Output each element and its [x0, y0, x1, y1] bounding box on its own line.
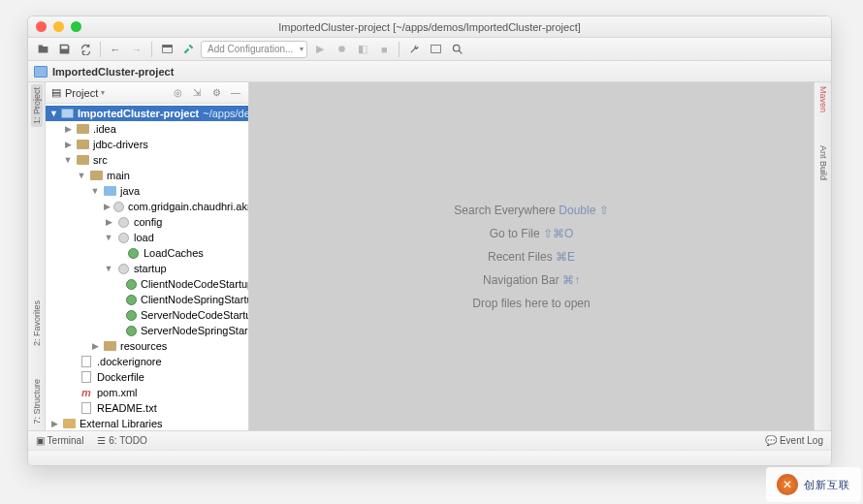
- project-view-selector[interactable]: Project: [65, 87, 98, 99]
- collapse-icon[interactable]: ⇲: [190, 86, 204, 100]
- ide-window: ImportedCluster-project [~/apps/demos/Im…: [27, 16, 832, 466]
- tool-project-tab[interactable]: 1: Project: [31, 84, 43, 127]
- minimize-icon[interactable]: [53, 21, 64, 32]
- breadcrumb-root[interactable]: ImportedCluster-project: [52, 66, 174, 78]
- window-controls: [36, 21, 81, 32]
- tree-item-dockerfile[interactable]: Dockerfile: [46, 369, 248, 385]
- hide-icon[interactable]: —: [229, 86, 242, 100]
- target-icon[interactable]: ◎: [171, 86, 184, 100]
- tool-favorites-tab[interactable]: 2: Favorites: [32, 299, 42, 348]
- window-title: ImportedCluster-project [~/apps/demos/Im…: [28, 21, 831, 33]
- wrench-icon[interactable]: [405, 41, 423, 58]
- hammer-icon[interactable]: [179, 41, 197, 58]
- forward-icon[interactable]: →: [128, 41, 145, 58]
- tree-item-jdbc[interactable]: ▶jdbc-drivers: [46, 137, 248, 152]
- hint-drop: Drop files here to open: [472, 297, 590, 310]
- tool-maven-tab[interactable]: Maven: [818, 84, 828, 114]
- svg-point-3: [453, 45, 460, 51]
- tree-item-clientcode[interactable]: ClientNodeCodeStartup: [46, 276, 248, 292]
- status-bar: ▣ Terminal ☰ 6: TODO 💬 Event Log: [28, 430, 831, 450]
- svg-rect-2: [432, 45, 441, 52]
- tree-item-package-model[interactable]: ▶com.gridgain.chaudhri.akmal.model: [46, 199, 248, 214]
- project-tool-window: ▤ Project ▾ ◎ ⇲ ⚙ — ▼ ImportedCluster-pr…: [46, 82, 249, 430]
- watermark-logo-icon: [777, 474, 798, 495]
- build-icon[interactable]: [158, 41, 176, 58]
- tool-terminal-tab[interactable]: ▣ Terminal: [36, 435, 83, 446]
- event-log-button[interactable]: 💬 Event Log: [765, 435, 823, 446]
- tree-root[interactable]: ▼ ImportedCluster-project ~/apps/demos/I…: [46, 106, 248, 121]
- editor-empty-state: Search Everywhere Double ⇧ Go to File ⇧⌘…: [249, 82, 814, 430]
- titlebar: ImportedCluster-project [~/apps/demos/Im…: [28, 16, 831, 38]
- hint-search: Search Everywhere Double ⇧: [454, 204, 608, 217]
- tree-item-startup[interactable]: ▼startup: [46, 261, 248, 276]
- tree-item-dockerignore[interactable]: .dockerignore: [46, 354, 248, 369]
- left-tool-gutter: 1: Project 2: Favorites 7: Structure: [28, 82, 46, 430]
- navigation-bar[interactable]: ImportedCluster-project: [28, 61, 831, 82]
- tool-ant-tab[interactable]: Ant Build: [818, 143, 828, 182]
- run-config-select[interactable]: Add Configuration...: [201, 41, 307, 58]
- structure-icon[interactable]: [427, 41, 444, 58]
- project-tree[interactable]: ▼ ImportedCluster-project ~/apps/demos/I…: [46, 104, 248, 430]
- main-toolbar: ← → Add Configuration... ▶ ◧ ■: [28, 38, 831, 61]
- tree-item-readme[interactable]: README.txt: [46, 400, 248, 416]
- hint-recent: Recent Files ⌘E: [488, 250, 575, 264]
- tree-item-load[interactable]: ▼load: [46, 230, 248, 245]
- tree-item-serverspring[interactable]: ServerNodeSpringStartup: [46, 323, 248, 338]
- save-icon[interactable]: [55, 41, 73, 58]
- tree-item-config[interactable]: ▶config: [46, 214, 248, 230]
- tree-item-src[interactable]: ▼src: [46, 152, 248, 168]
- tree-item-main[interactable]: ▼main: [46, 168, 248, 183]
- sync-icon[interactable]: [77, 41, 94, 58]
- gear-icon[interactable]: ⚙: [209, 86, 223, 100]
- tree-item-servercode[interactable]: ServerNodeCodeStartup: [46, 307, 248, 323]
- run-icon[interactable]: ▶: [311, 41, 329, 58]
- main-body: 1: Project 2: Favorites 7: Structure ▤ P…: [28, 82, 831, 430]
- tree-item-java[interactable]: ▼java: [46, 183, 248, 199]
- hint-goto: Go to File ⇧⌘O: [490, 227, 574, 240]
- close-icon[interactable]: [36, 21, 47, 32]
- tree-item-clientspring[interactable]: ClientNodeSpringStartup: [46, 292, 248, 307]
- search-icon[interactable]: [448, 41, 465, 58]
- back-icon[interactable]: ←: [107, 41, 124, 58]
- stop-icon[interactable]: ■: [375, 41, 393, 58]
- tree-item-pom[interactable]: mpom.xml: [46, 385, 248, 400]
- tree-item-resources[interactable]: ▶resources: [46, 338, 248, 354]
- tree-item-loadcaches[interactable]: LoadCaches: [46, 245, 248, 261]
- module-icon: [34, 66, 48, 78]
- project-pane-header: ▤ Project ▾ ◎ ⇲ ⚙ —: [46, 82, 248, 104]
- watermark: 创新互联: [766, 467, 861, 502]
- tool-structure-tab[interactable]: 7: Structure: [32, 377, 42, 426]
- run-config-label: Add Configuration...: [208, 44, 293, 54]
- right-tool-gutter: Maven Ant Build: [814, 82, 831, 430]
- svg-point-1: [338, 46, 345, 52]
- tool-todo-tab[interactable]: ☰ 6: TODO: [97, 435, 146, 446]
- watermark-text: 创新互联: [804, 478, 850, 492]
- debug-icon[interactable]: [333, 41, 350, 58]
- open-icon[interactable]: [34, 41, 51, 58]
- hint-navbar: Navigation Bar ⌘↑: [483, 273, 580, 287]
- tree-item-idea[interactable]: ▶.idea: [46, 121, 248, 137]
- bottom-frame-bar: [28, 450, 831, 465]
- coverage-icon[interactable]: ◧: [354, 41, 371, 58]
- zoom-icon[interactable]: [71, 21, 81, 32]
- tree-item-external-libs[interactable]: ▶External Libraries: [46, 416, 248, 430]
